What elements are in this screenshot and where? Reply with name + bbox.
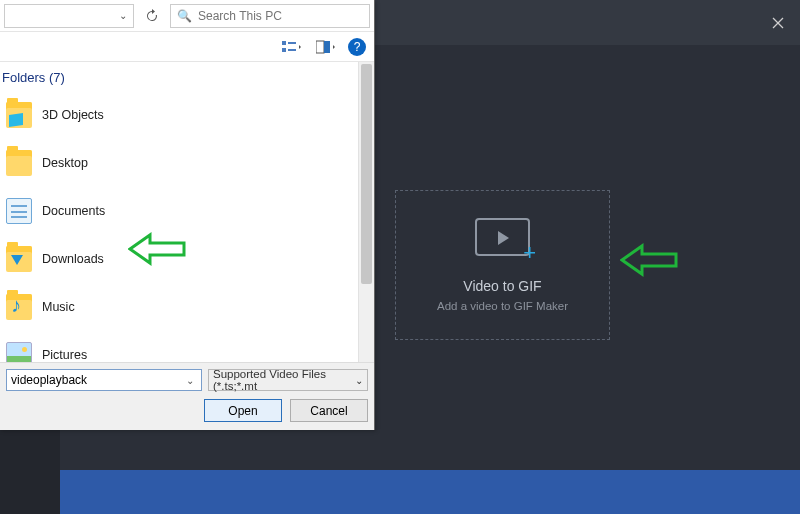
folder-list: 3D Objects Desktop Documents Downloads M…	[0, 91, 374, 362]
folder-label: Downloads	[42, 252, 104, 266]
drop-subtitle: Add a video to GIF Maker	[437, 300, 568, 312]
app-bottom-bar	[60, 470, 800, 514]
dialog-body: Folders (7) 3D Objects Desktop Documents…	[0, 62, 374, 362]
chevron-down-icon: ⌄	[355, 375, 363, 386]
file-type-filter[interactable]: Supported Video Files (*.ts;*.mt ⌄	[208, 369, 368, 391]
plus-icon: +	[523, 242, 536, 264]
folder-item-desktop[interactable]: Desktop	[6, 139, 374, 187]
search-input[interactable]	[198, 9, 363, 23]
help-button[interactable]: ?	[348, 38, 366, 56]
music-icon	[6, 294, 32, 320]
video-add-icon: +	[475, 218, 530, 256]
drop-title: Video to GIF	[463, 278, 541, 294]
svg-rect-3	[288, 42, 296, 44]
folder-item-music[interactable]: Music	[6, 283, 374, 331]
dialog-address-bar: ⌄ 🔍	[0, 0, 374, 32]
folder-label: Pictures	[42, 348, 87, 362]
video-drop-zone[interactable]: + Video to GIF Add a video to GIF Maker	[395, 190, 610, 340]
refresh-icon	[145, 9, 159, 23]
folder-icon	[6, 102, 32, 128]
folder-icon	[6, 150, 32, 176]
folder-label: 3D Objects	[42, 108, 104, 122]
svg-rect-7	[324, 41, 330, 53]
pictures-icon	[6, 342, 32, 362]
chevron-down-icon: ⌄	[183, 375, 197, 386]
search-box[interactable]: 🔍	[170, 4, 370, 28]
folder-label: Documents	[42, 204, 105, 218]
filename-input[interactable]	[11, 373, 183, 387]
filter-label: Supported Video Files (*.ts;*.mt	[213, 368, 355, 392]
search-icon: 🔍	[177, 9, 192, 23]
file-open-dialog: ⌄ 🔍 ?	[0, 0, 375, 430]
svg-rect-5	[288, 49, 296, 51]
preview-pane-button[interactable]	[314, 36, 338, 58]
scrollbar[interactable]	[358, 62, 374, 362]
folder-item-downloads[interactable]: Downloads	[6, 235, 374, 283]
folders-header: Folders (7)	[0, 62, 374, 91]
folder-item-3d-objects[interactable]: 3D Objects	[6, 91, 374, 139]
address-combo[interactable]: ⌄	[4, 4, 134, 28]
filename-combo[interactable]: ⌄	[6, 369, 202, 391]
folder-label: Desktop	[42, 156, 88, 170]
chevron-down-icon: ⌄	[119, 10, 127, 21]
dialog-footer: ⌄ Supported Video Files (*.ts;*.mt ⌄ Ope…	[0, 362, 374, 430]
close-button[interactable]	[755, 0, 800, 45]
view-options-button[interactable]	[280, 36, 304, 58]
svg-rect-2	[282, 41, 286, 45]
view-list-icon	[282, 40, 302, 54]
folder-item-pictures[interactable]: Pictures	[6, 331, 374, 362]
folder-label: Music	[42, 300, 75, 314]
scrollbar-thumb[interactable]	[361, 64, 372, 284]
downloads-icon	[6, 246, 32, 272]
svg-rect-4	[282, 48, 286, 52]
help-icon: ?	[354, 40, 361, 54]
svg-rect-6	[316, 41, 324, 53]
folder-item-documents[interactable]: Documents	[6, 187, 374, 235]
open-button[interactable]: Open	[204, 399, 282, 422]
refresh-button[interactable]	[142, 4, 162, 28]
documents-icon	[6, 198, 32, 224]
close-icon	[772, 17, 784, 29]
dialog-toolbar: ?	[0, 32, 374, 62]
preview-pane-icon	[316, 40, 336, 54]
cancel-button[interactable]: Cancel	[290, 399, 368, 422]
